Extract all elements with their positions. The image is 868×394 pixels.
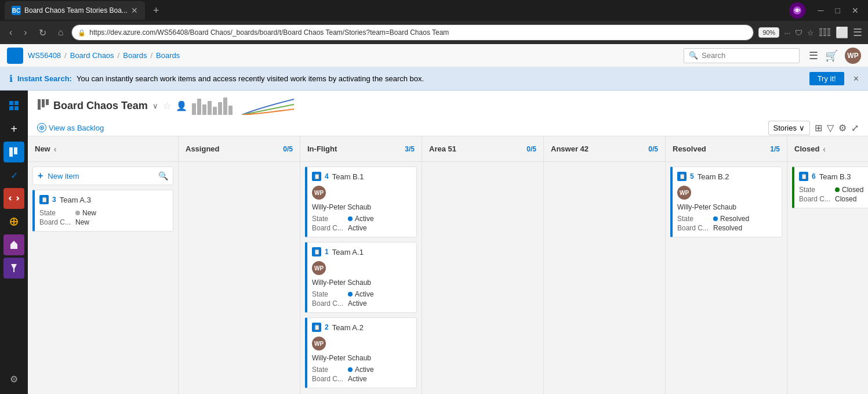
favorite-star[interactable]: ☆: [163, 100, 171, 111]
card-id-a1: 1: [325, 248, 329, 256]
back-button[interactable]: ‹: [6, 25, 16, 40]
user-avatar[interactable]: WP: [845, 48, 861, 64]
fullscreen-icon[interactable]: ⤢: [851, 122, 859, 133]
breadcrumb-org[interactable]: WS56408: [28, 51, 61, 60]
svg-rect-3: [14, 101, 19, 105]
card-title-a3: Team A.3: [60, 196, 91, 204]
collapse-new-button[interactable]: ‹: [54, 144, 57, 154]
split-view-icon[interactable]: ⬜: [836, 26, 848, 39]
list-icon[interactable]: ☰: [809, 49, 818, 62]
add-item-button[interactable]: + New item 🔍: [32, 167, 173, 185]
column-body-area51: [422, 162, 543, 394]
breadcrumb-sep2: /: [118, 51, 120, 60]
card-avatar-b2: WP: [677, 186, 691, 200]
card-team-b1[interactable]: 📋 4 Team B.1 WP Willy-Peter Schaub State: [305, 167, 417, 237]
boardc-value-a2: Active: [348, 375, 412, 383]
team-dropdown-button[interactable]: ∨: [152, 102, 158, 110]
refresh-button[interactable]: ↻: [35, 25, 50, 41]
column-header-left-area51: Area 51: [429, 144, 456, 153]
stories-selector[interactable]: Stories ∨: [768, 121, 810, 135]
sidebar-icon-test[interactable]: [3, 258, 24, 279]
close-tab-button[interactable]: ✕: [131, 6, 138, 15]
board-settings-icon[interactable]: ⚙: [838, 122, 847, 133]
extension-icon[interactable]: 👁: [789, 2, 805, 19]
boardc-label: Board C...: [39, 218, 71, 226]
breadcrumb-boards1[interactable]: Boards: [123, 51, 147, 60]
card-team-b3[interactable]: 📋 6 Team B.3 State Closed Board C.: [792, 167, 868, 208]
state-label-a2: State: [312, 366, 343, 374]
maximize-button[interactable]: □: [831, 3, 845, 17]
browser-tab[interactable]: BC Board Chaos Team Stories Boa... ✕: [5, 1, 145, 20]
header-search[interactable]: 🔍: [684, 48, 800, 63]
card-team-b2[interactable]: 📋 5 Team B.2 WP Willy-Peter Schaub State: [670, 167, 782, 237]
menu-icon[interactable]: ☰: [853, 26, 862, 39]
sidebar-icon-settings[interactable]: ⚙: [3, 368, 24, 389]
view-backlog-label: View as Backlog: [49, 124, 104, 132]
team-members-icon[interactable]: 👤: [176, 100, 187, 111]
reading-list-icon[interactable]: 𝕀𝕀𝕀: [819, 26, 831, 39]
column-header-area51: Area 51 0/5: [422, 136, 543, 162]
view-as-backlog-button[interactable]: ⊕ View as Backlog: [37, 120, 104, 136]
sidebar-icon-boards[interactable]: [3, 142, 24, 162]
browser-right-icons: ··· 🛡 ☆ 𝕀𝕀𝕀 ⬜ ☰: [784, 26, 862, 39]
chart-bar: [213, 107, 217, 115]
column-title-closed: Closed: [794, 144, 819, 153]
column-title-new: New: [35, 144, 50, 153]
more-options-icon[interactable]: ···: [784, 28, 790, 37]
column-header-resolved: Resolved 1/5: [666, 136, 787, 162]
notification-text: You can instantly search work items and …: [77, 74, 424, 83]
settings-toolbar-icon[interactable]: ⊞: [815, 122, 822, 133]
boardc-label-b2: Board C...: [677, 224, 709, 232]
card-fields-b1: State Active Board C... Active: [312, 215, 412, 232]
sidebar-icon-overview[interactable]: [3, 95, 24, 116]
collapse-closed-button[interactable]: ‹: [823, 144, 826, 154]
card-team-a3[interactable]: 📋 3 Team A.3 State New Board C...: [32, 190, 173, 232]
column-area51: Area 51 0/5: [422, 136, 544, 394]
sidebar-icon-code[interactable]: [3, 188, 24, 209]
card-id-b2: 5: [690, 172, 694, 180]
shield-icon[interactable]: 🛡: [795, 28, 802, 37]
new-tab-button[interactable]: +: [148, 2, 164, 19]
card-team-a1[interactable]: 📋 1 Team A.1 WP Willy-Peter Schaub State: [305, 242, 417, 313]
sidebar-icon-pipelines[interactable]: [3, 211, 24, 232]
sidebar-icon-add[interactable]: +: [3, 118, 24, 139]
card-id-a3: 3: [52, 196, 56, 204]
state-dot-active-a1: [348, 292, 353, 297]
chart-bar: [223, 97, 227, 115]
breadcrumb-boards2[interactable]: Boards: [156, 51, 180, 60]
svg-rect-4: [9, 106, 13, 110]
column-header-left-closed: Closed: [794, 144, 819, 153]
address-bar[interactable]: 🔒 https://dev.azure.com/WS56408/Board Ch…: [71, 24, 754, 41]
column-count-resolved: 1/5: [770, 145, 780, 153]
svg-text:👁: 👁: [794, 8, 801, 14]
close-window-button[interactable]: ✕: [847, 3, 863, 17]
column-resolved: Resolved 1/5 📋 5 Team B.2 WP: [666, 136, 787, 394]
forward-button[interactable]: ›: [20, 25, 30, 40]
breadcrumb-project[interactable]: Board Chaos: [70, 51, 114, 60]
filter-icon[interactable]: ▽: [827, 122, 834, 133]
home-button[interactable]: ⌂: [55, 25, 67, 40]
basket-icon[interactable]: 🛒: [825, 49, 838, 62]
try-it-button[interactable]: Try it!: [809, 72, 844, 85]
team-name: Board Chaos Team: [53, 100, 148, 112]
team-board-icon: [37, 99, 49, 113]
sidebar-icon-check[interactable]: ✓: [3, 165, 24, 186]
column-count-inflight: 3/5: [405, 145, 415, 153]
column-assigned: Assigned 0/5: [179, 136, 300, 394]
team-title-row: Board Chaos Team ∨ ☆ 👤: [37, 96, 859, 115]
story-icon-b1: 📋: [312, 172, 321, 181]
column-body-new: + New item 🔍 📋 3 Team A.3: [28, 162, 178, 394]
zoom-level: 90%: [758, 27, 779, 38]
search-input[interactable]: [702, 51, 789, 60]
column-closed: Closed ‹ 📋 6 Team B.3: [787, 136, 868, 394]
sidebar-icon-artifacts[interactable]: [3, 234, 24, 255]
card-team-a2[interactable]: 📋 2 Team A.2 WP Willy-Peter Schaub State: [305, 317, 417, 388]
column-count-assigned: 0/5: [283, 145, 293, 153]
minimize-button[interactable]: ─: [813, 3, 829, 17]
search-item-icon[interactable]: 🔍: [158, 171, 168, 180]
star-icon[interactable]: ☆: [807, 28, 814, 37]
boardc-label-b1: Board C...: [312, 224, 343, 232]
chart-bar: [228, 106, 233, 115]
banner-close-button[interactable]: ×: [854, 74, 859, 84]
board-columns: New ‹ + New item 🔍 📋: [28, 136, 868, 394]
